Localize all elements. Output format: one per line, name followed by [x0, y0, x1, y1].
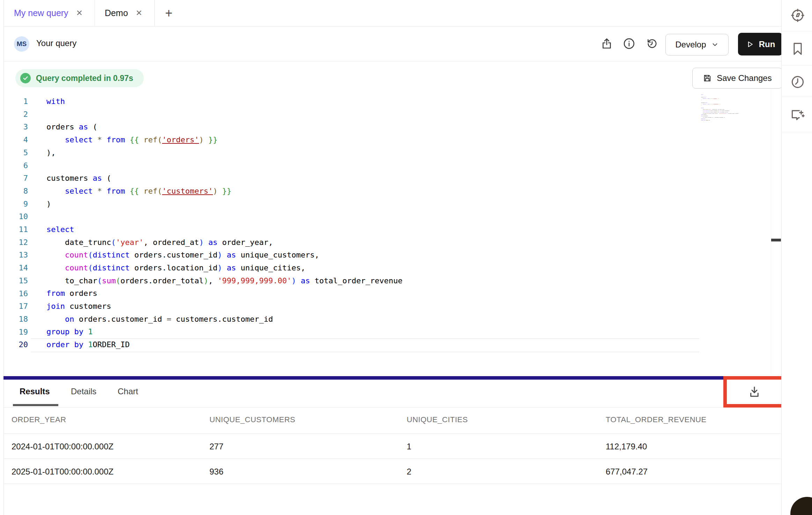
- ai-assistant-icon[interactable]: [790, 107, 805, 123]
- table-cell: 2: [407, 467, 411, 477]
- code-line[interactable]: select * from {{ ref('orders') }}: [46, 134, 403, 147]
- close-icon[interactable]: ✕: [136, 9, 142, 17]
- info-icon[interactable]: [623, 37, 635, 50]
- history-icon[interactable]: [646, 37, 658, 50]
- active-tab-underline: [13, 404, 58, 406]
- develop-button[interactable]: Develop: [665, 34, 729, 55]
- bookmark-icon[interactable]: [790, 41, 805, 57]
- table-cell: 2024-01-01T00:00:00.000Z: [12, 442, 113, 451]
- play-icon: [746, 40, 754, 48]
- code-line[interactable]: select * from {{ ref('customers') }}: [46, 185, 403, 198]
- code-line[interactable]: select * from {{ ref('customers') }}: [701, 103, 705, 105]
- line-number: 10: [4, 210, 28, 223]
- code-line[interactable]: ): [46, 198, 403, 211]
- table-cell: 1: [407, 442, 411, 451]
- save-changes-button[interactable]: Save Changes: [692, 68, 782, 89]
- table-cell: 112,179.40: [606, 442, 647, 451]
- query-editor-window: My new query ✕ Demo ✕ + MS Your query: [0, 0, 812, 515]
- table-cell: 936: [209, 467, 223, 477]
- code-line[interactable]: [46, 159, 403, 172]
- code-content[interactable]: withorders as ( select * from {{ ref('or…: [46, 95, 403, 351]
- code-line[interactable]: ),: [46, 147, 403, 159]
- status-badge: Query completed in 0.97s: [15, 69, 144, 87]
- header-divider: [3, 61, 781, 61]
- annotation-highlight: [723, 376, 785, 408]
- code-line[interactable]: count(distinct orders.customer_id) as un…: [46, 249, 403, 262]
- line-number: 11: [4, 223, 28, 236]
- run-label: Run: [759, 39, 775, 49]
- tab-chart[interactable]: Chart: [118, 387, 138, 396]
- code-line[interactable]: order by 1ORDER_ID: [701, 119, 705, 121]
- table-cell: 677,047.27: [606, 467, 648, 477]
- tab-demo[interactable]: Demo ✕: [95, 0, 155, 26]
- code-line[interactable]: group by 1: [46, 326, 403, 338]
- new-tab-button[interactable]: +: [155, 0, 183, 26]
- avatar: MS: [14, 36, 29, 52]
- line-number: 20: [4, 338, 28, 351]
- run-button[interactable]: Run: [738, 33, 783, 55]
- scrollbar-handle[interactable]: [771, 239, 781, 241]
- check-icon: [20, 73, 31, 83]
- line-number: 1: [4, 95, 28, 108]
- column-header-unique-cities: UNIQUE_CITIES: [407, 415, 468, 424]
- scrollbar-track: [771, 89, 771, 374]
- chevron-down-icon: [711, 41, 719, 48]
- compass-icon[interactable]: [790, 8, 805, 23]
- save-icon: [703, 74, 712, 83]
- status-message: Query completed in 0.97s: [36, 74, 133, 83]
- query-header: MS Your query Develop: [4, 26, 781, 61]
- code-editor[interactable]: 1234567891011121314151617181920 withorde…: [4, 89, 777, 373]
- clock-icon[interactable]: [790, 74, 805, 90]
- code-line[interactable]: [46, 108, 403, 121]
- line-number: 15: [4, 275, 28, 288]
- line-number: 14: [4, 262, 28, 275]
- line-number: 7: [4, 172, 28, 185]
- results-tabs-divider: [3, 407, 781, 408]
- code-line[interactable]: customers as (: [46, 172, 403, 185]
- line-number: 4: [4, 134, 28, 147]
- share-icon[interactable]: [600, 37, 613, 50]
- line-number: 13: [4, 249, 28, 262]
- tab-details[interactable]: Details: [71, 387, 96, 396]
- code-line[interactable]: date_trunc('year', ordered_at) as order_…: [46, 236, 403, 249]
- download-button[interactable]: [748, 385, 761, 398]
- line-number: 6: [4, 159, 28, 172]
- panel-resizer[interactable]: [3, 376, 781, 380]
- table-row-divider: [3, 458, 781, 459]
- right-sidebar: [781, 0, 812, 515]
- line-number: 3: [4, 121, 28, 134]
- tab-results[interactable]: Results: [20, 387, 50, 396]
- code-line[interactable]: order by 1ORDER_ID: [46, 338, 403, 351]
- code-line[interactable]: join customers: [46, 300, 403, 313]
- line-number: 8: [4, 185, 28, 198]
- tab-label: Demo: [105, 8, 128, 18]
- code-line[interactable]: with: [46, 95, 403, 108]
- develop-label: Develop: [675, 40, 706, 50]
- line-number: 19: [4, 326, 28, 339]
- window-left-border: [3, 0, 4, 515]
- code-line[interactable]: select: [46, 223, 403, 236]
- code-line[interactable]: on orders.customer_id = customers.custom…: [46, 313, 403, 326]
- code-line[interactable]: orders as (: [46, 121, 403, 134]
- column-header-unique-customers: UNIQUE_CUSTOMERS: [209, 415, 295, 424]
- minimap[interactable]: withorders as ( select * from {{ ref('or…: [701, 94, 742, 129]
- line-numbers: 1234567891011121314151617181920: [4, 95, 28, 351]
- table-cell: 2025-01-01T00:00:00.000Z: [12, 467, 113, 477]
- download-icon: [748, 385, 761, 398]
- close-icon[interactable]: ✕: [76, 9, 83, 17]
- code-line[interactable]: to_char(sum(orders.order_total), '999,99…: [46, 275, 403, 288]
- line-number: 18: [4, 313, 28, 326]
- line-number: 2: [4, 108, 28, 121]
- page-title: Your query: [36, 38, 76, 48]
- tab-label: My new query: [14, 8, 68, 18]
- code-line[interactable]: [46, 210, 403, 223]
- editor-tabbar: My new query ✕ Demo ✕ +: [4, 0, 781, 26]
- table-row-divider: [3, 484, 781, 484]
- code-line[interactable]: from orders: [46, 287, 403, 300]
- column-header-total-order-revenue: TOTAL_ORDER_REVENUE: [606, 415, 707, 424]
- table-header-divider: [3, 433, 781, 434]
- code-line[interactable]: count(distinct orders.location_id) as un…: [46, 262, 403, 275]
- tab-my-new-query[interactable]: My new query ✕: [4, 0, 95, 26]
- code-content[interactable]: withorders as ( select * from {{ ref('or…: [701, 94, 705, 121]
- column-header-order-year: ORDER_YEAR: [12, 415, 66, 424]
